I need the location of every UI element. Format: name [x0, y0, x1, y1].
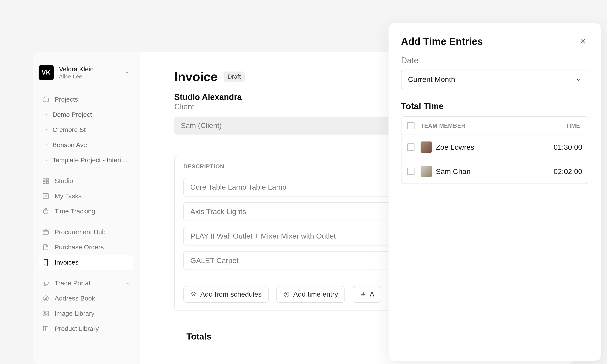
svg-point-9 [47, 285, 48, 286]
chevron-right-icon [44, 113, 49, 117]
table-header: TEAM MEMBER TIME [401, 117, 588, 135]
briefcase-icon [42, 96, 49, 103]
add-from-schedules-button[interactable]: Add from schedules [184, 286, 269, 303]
project-item[interactable]: Template Project - Interior... [39, 153, 133, 168]
button-label: Add from schedules [200, 290, 262, 298]
sidebar-item-product-library[interactable]: Product Library [39, 321, 133, 336]
chevron-down-icon [575, 77, 581, 83]
svg-point-11 [45, 297, 47, 299]
sidebar-item-label: Trade Portal [55, 280, 90, 287]
image-icon [42, 310, 49, 317]
file-text-icon [42, 244, 49, 251]
svg-point-6 [43, 209, 48, 214]
select-all-checkbox[interactable] [407, 122, 414, 129]
org-switcher[interactable]: VK Velora Klein Alice Lee [39, 64, 133, 86]
time-value: 02:02:00 [554, 167, 582, 176]
sidebar-item-purchase-orders[interactable]: Purchase Orders [39, 240, 133, 255]
column-time: TIME [566, 122, 580, 129]
page-title: Invoice [174, 69, 218, 84]
date-label: Date [401, 56, 588, 65]
svg-rect-7 [43, 231, 48, 234]
sidebar: VK Velora Klein Alice Lee Projects Demo … [33, 52, 140, 364]
project-label: Template Project - Interior... [53, 156, 130, 164]
sidebar-item-time-tracking[interactable]: Time Tracking [39, 204, 133, 219]
member-name: Sam Chan [436, 167, 471, 176]
sidebar-item-label: Procurement Hub [55, 228, 106, 236]
svg-marker-14 [191, 292, 196, 295]
project-item[interactable]: Benson Ave [39, 137, 133, 153]
table-row[interactable]: Sam Chan 02:02:00 [401, 159, 588, 183]
row-checkbox[interactable] [407, 143, 414, 151]
sidebar-item-trade-portal[interactable]: Trade Portal [39, 276, 133, 291]
time-entries-table: TEAM MEMBER TIME Zoe Lowres 01:30:00 Sam… [401, 116, 588, 184]
project-label: Cremore St [53, 126, 86, 133]
sidebar-item-image-library[interactable]: Image Library [39, 306, 133, 321]
sidebar-item-label: My Tasks [55, 192, 81, 200]
close-icon [579, 38, 587, 45]
sidebar-item-label: Product Library [55, 325, 99, 332]
svg-point-15 [363, 292, 364, 294]
svg-rect-4 [46, 182, 48, 183]
sliders-icon [360, 291, 366, 298]
chevron-right-icon [44, 128, 49, 132]
close-button[interactable] [578, 36, 588, 47]
org-name: Velora Klein [59, 65, 94, 73]
check-square-icon [42, 192, 49, 200]
column-team-member: TEAM MEMBER [421, 122, 465, 129]
svg-point-13 [44, 312, 45, 313]
nav-group-resources: Trade Portal Address Book Image Library … [39, 276, 133, 336]
sidebar-item-procurement-hub[interactable]: Procurement Hub [39, 224, 133, 240]
sidebar-item-label: Time Tracking [55, 208, 95, 215]
sidebar-item-my-tasks[interactable]: My Tasks [39, 188, 133, 204]
book-icon [42, 325, 49, 332]
clock-back-icon [283, 291, 290, 298]
sidebar-item-projects[interactable]: Projects [39, 92, 133, 107]
nav-group-main: Studio My Tasks Time Tracking [39, 173, 133, 219]
project-item[interactable]: Cremore St [39, 122, 133, 137]
svg-rect-2 [46, 178, 48, 180]
member-name: Zoe Lowres [436, 143, 474, 151]
sidebar-item-address-book[interactable]: Address Book [39, 291, 133, 306]
cart-icon [42, 280, 49, 287]
sidebar-item-label: Studio [55, 177, 73, 185]
button-label: A [369, 290, 374, 298]
select-value: Current Month [408, 75, 455, 84]
project-label: Benson Ave [53, 141, 87, 149]
stopwatch-icon [42, 208, 49, 215]
org-logo: VK [39, 65, 54, 80]
add-time-entries-panel: Add Time Entries Date Current Month Tota… [388, 23, 601, 361]
layers-icon [190, 291, 197, 298]
sidebar-item-label: Purchase Orders [55, 244, 104, 251]
total-time-heading: Total Time [401, 101, 588, 111]
receipt-icon [42, 259, 49, 266]
svg-rect-0 [43, 98, 48, 102]
svg-point-8 [44, 285, 45, 286]
status-badge: Draft [224, 72, 245, 82]
sidebar-item-label: Projects [55, 96, 78, 103]
svg-rect-1 [43, 178, 45, 180]
chevron-down-icon [124, 70, 130, 75]
add-time-entry-button[interactable]: Add time entry [277, 286, 345, 303]
org-meta: Velora Klein Alice Lee [59, 65, 94, 80]
sidebar-item-label: Invoices [55, 259, 79, 266]
nav-group-projects: Projects Demo Project Cremore St Benson … [39, 92, 133, 168]
add-custom-button-partial[interactable]: A [353, 286, 381, 303]
package-icon [42, 228, 49, 236]
project-item[interactable]: Demo Project [39, 107, 133, 122]
avatar [421, 166, 432, 177]
time-value: 01:30:00 [554, 143, 582, 151]
svg-point-16 [362, 294, 363, 295]
table-row[interactable]: Zoe Lowres 01:30:00 [401, 135, 588, 159]
sidebar-item-invoices[interactable]: Invoices [39, 255, 133, 270]
org-user: Alice Lee [59, 73, 94, 80]
date-range-select[interactable]: Current Month [401, 70, 588, 89]
svg-rect-3 [43, 182, 45, 183]
sidebar-item-studio[interactable]: Studio [39, 173, 133, 188]
nav-group-procurement: Procurement Hub Purchase Orders Invoices [39, 224, 133, 270]
button-label: Add time entry [293, 290, 338, 298]
svg-rect-5 [43, 194, 48, 199]
user-circle-icon [42, 295, 49, 302]
row-checkbox[interactable] [407, 168, 414, 175]
sidebar-item-label: Image Library [55, 310, 94, 317]
chevron-down-icon [126, 281, 130, 285]
